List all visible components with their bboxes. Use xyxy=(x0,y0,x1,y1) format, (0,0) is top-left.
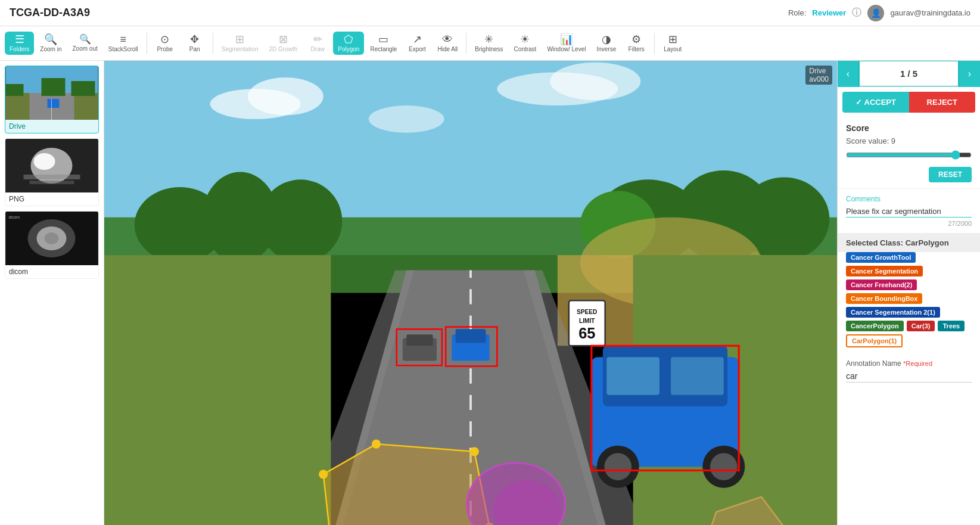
folder-item-drive[interactable]: Drive xyxy=(5,66,99,133)
svg-point-62 xyxy=(470,447,479,456)
toolbar-separator-2 xyxy=(213,33,213,54)
reset-button[interactable]: RESET xyxy=(929,167,972,182)
hide-all-button[interactable]: 👁 Hide All xyxy=(433,32,462,55)
layout-button[interactable]: ⊞ Layout xyxy=(658,32,687,55)
svg-rect-12 xyxy=(30,181,74,184)
export-button[interactable]: ↗ Export xyxy=(403,32,431,55)
zoom-out-button[interactable]: 🔍 Zoom out xyxy=(67,32,102,54)
info-icon[interactable]: ⓘ xyxy=(852,7,861,19)
rectangle-button[interactable]: ▭ Rectangle xyxy=(365,32,402,55)
comments-count: 27/2000 xyxy=(846,220,972,227)
zoom-out-icon: 🔍 xyxy=(79,35,91,44)
zoom-in-button[interactable]: 🔍 Zoom in xyxy=(35,32,66,55)
draw-icon: ✏ xyxy=(313,34,322,45)
contrast-button[interactable]: ☀ Contrast xyxy=(509,32,542,55)
prev-page-button[interactable]: ‹ xyxy=(838,61,859,87)
svg-text:65: 65 xyxy=(578,325,595,341)
svg-text:SPEED: SPEED xyxy=(577,309,597,315)
toolbar: ☰ Folders 🔍 Zoom in 🔍 Zoom out ≡ StackSc… xyxy=(0,26,980,61)
folder-label-png: PNG xyxy=(5,192,98,206)
svg-point-53 xyxy=(710,453,738,480)
annotation-name-input[interactable] xyxy=(846,370,972,383)
header: TCGA-DD-A3A9 Role: Reviewer ⓘ 👤 gaurav@t… xyxy=(0,0,980,26)
filters-button[interactable]: ⚙ Filters xyxy=(622,32,651,55)
inverse-button[interactable]: ◑ Inverse xyxy=(592,32,621,55)
folder-thumb-dicom: dicom xyxy=(5,212,98,265)
stack-scroll-icon: ≡ xyxy=(120,34,126,45)
class-tag[interactable]: CancerPolygon xyxy=(846,321,904,331)
svg-rect-6 xyxy=(48,99,60,108)
class-tag[interactable]: Car(3) xyxy=(907,321,935,331)
canvas-area[interactable]: SPEED LIMIT 65 xyxy=(104,61,837,525)
window-level-button[interactable]: 📊 Window/ Level xyxy=(542,32,590,55)
avatar-icon: 👤 xyxy=(871,8,881,18)
class-tag[interactable]: Cancer Segementation 2(1) xyxy=(846,307,940,318)
sidebar: Drive PNG dicom xyxy=(0,61,104,525)
class-tag[interactable]: Trees xyxy=(938,321,965,331)
svg-rect-41 xyxy=(406,334,433,346)
inverse-icon: ◑ xyxy=(602,34,611,45)
required-indicator: *Required xyxy=(903,360,932,367)
class-tag[interactable]: Cancer Freehand(2) xyxy=(846,279,917,290)
svg-rect-54 xyxy=(606,357,659,394)
comments-input[interactable] xyxy=(846,206,972,218)
svg-rect-3 xyxy=(42,78,66,96)
export-icon: ↗ xyxy=(413,34,422,45)
role-value: Reviewer xyxy=(812,8,846,17)
svg-point-23 xyxy=(550,63,640,100)
layout-icon: ⊞ xyxy=(668,34,677,45)
brightness-icon: ✳ xyxy=(484,34,493,45)
accept-reject-bar: ✓ ACCEPT REJECT xyxy=(838,87,980,117)
folder-label-dicom: dicom xyxy=(5,265,98,278)
draw-button[interactable]: ✏ Draw xyxy=(303,32,332,55)
png-thumb-image xyxy=(5,139,98,192)
window-level-icon: 📊 xyxy=(560,34,573,45)
svg-rect-11 xyxy=(24,175,80,179)
folder-item-png[interactable]: PNG xyxy=(5,138,99,206)
image-label: Driveav000 xyxy=(805,66,832,85)
rectangle-icon: ▭ xyxy=(378,34,388,45)
zoom-in-icon: 🔍 xyxy=(44,34,57,45)
growth-2d-button[interactable]: ⊠ 2D Growth xyxy=(264,32,302,55)
annotation-name-label: Annotation Name *Required xyxy=(846,359,972,368)
next-page-button[interactable]: › xyxy=(959,61,980,87)
probe-button[interactable]: ⊙ Probe xyxy=(151,32,179,55)
class-tags-container: Cancer GrowthToolCancer SegmentationCanc… xyxy=(838,252,980,353)
score-slider-container xyxy=(846,150,972,162)
stack-scroll-button[interactable]: ≡ StackScroll xyxy=(104,32,143,55)
brightness-button[interactable]: ✳ Brightness xyxy=(470,32,508,55)
comments-section: Comments 27/2000 xyxy=(838,189,980,234)
class-tag[interactable]: CarPolygon(1) xyxy=(846,334,903,347)
folders-button[interactable]: ☰ Folders xyxy=(5,32,34,55)
probe-icon: ⊙ xyxy=(160,34,169,45)
accept-button[interactable]: ✓ ACCEPT xyxy=(842,92,909,113)
folder-thumb-png xyxy=(5,139,98,192)
score-value-label: Score value: 9 xyxy=(846,136,972,145)
class-tag[interactable]: Cancer GrowthTool xyxy=(846,252,916,263)
segmentation-button[interactable]: ⊞ Segmentation xyxy=(217,32,263,55)
svg-point-51 xyxy=(604,453,631,480)
polygon-button[interactable]: ⬠ Polygon xyxy=(333,32,364,55)
hide-all-icon: 👁 xyxy=(442,34,453,45)
class-tag[interactable]: Cancer Segmentation xyxy=(846,266,923,277)
toolbar-separator-3 xyxy=(466,33,466,54)
drive-thumb-image xyxy=(5,66,98,120)
right-panel: ‹ 1 / 5 › ✓ ACCEPT REJECT Score Score va… xyxy=(837,61,980,525)
user-email: gaurav@trainingdata.io xyxy=(890,8,970,17)
folder-thumb-drive xyxy=(5,66,98,120)
svg-text:LIMIT: LIMIT xyxy=(579,318,595,324)
growth-icon: ⊠ xyxy=(279,34,288,45)
comments-label: Comments xyxy=(846,195,972,203)
svg-point-61 xyxy=(372,440,381,449)
reject-button[interactable]: REJECT xyxy=(909,92,976,113)
score-title: Score xyxy=(846,123,972,133)
folder-item-dicom[interactable]: dicom dicom xyxy=(5,211,99,279)
svg-text:dicom: dicom xyxy=(9,215,20,219)
pan-button[interactable]: ✥ Pan xyxy=(181,32,209,55)
class-tag[interactable]: Cancer BoundingBox xyxy=(846,293,922,304)
header-right: Role: Reviewer ⓘ 👤 gaurav@trainingdata.i… xyxy=(788,5,970,21)
score-slider[interactable] xyxy=(846,150,972,160)
avatar[interactable]: 👤 xyxy=(867,5,884,21)
pagination: ‹ 1 / 5 › xyxy=(838,61,980,87)
page-indicator: 1 / 5 xyxy=(859,61,959,86)
